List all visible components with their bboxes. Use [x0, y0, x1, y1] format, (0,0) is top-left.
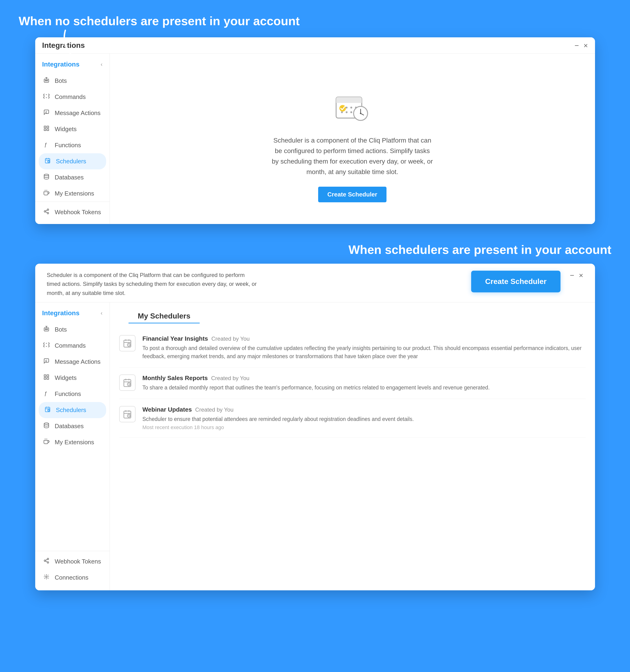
sidebar-item-label-widgets: Widgets: [55, 374, 77, 382]
sidebar-footer-item-webhook-tokens[interactable]: Webhook Tokens: [35, 553, 110, 570]
sidebar-item-schedulers[interactable]: Schedulers: [39, 402, 106, 418]
sidebar-item-label-functions: Functions: [55, 142, 81, 149]
svg-rect-42: [47, 375, 49, 377]
close-button-1[interactable]: ×: [584, 42, 588, 49]
svg-point-27: [346, 106, 347, 109]
sidebar-item-label-bots: Bots: [55, 77, 67, 85]
sidebar-item-databases[interactable]: Databases: [35, 418, 110, 434]
sidebar-item-message-actions[interactable]: Message Actions: [35, 354, 110, 370]
sidebar-footer-item-connections[interactable]: Connections: [35, 570, 110, 586]
scheduler-item[interactable]: Financial Year Insights Created by You T…: [119, 328, 586, 367]
scheduler-item[interactable]: Monthly Sales Reports Created by You To …: [119, 367, 586, 399]
create-scheduler-button-1[interactable]: Create Scheduler: [318, 187, 387, 202]
svg-point-39: [45, 329, 46, 330]
svg-point-2: [47, 80, 48, 81]
sidebar-item-bots[interactable]: Bots: [35, 73, 110, 89]
scheduler-item[interactable]: Webinar Updates Created by You Scheduler…: [119, 399, 586, 438]
sidebar-item-label-my-extensions: My Extensions: [55, 439, 94, 446]
scheduler-item-icon-1: [119, 375, 136, 391]
svg-line-21: [46, 210, 47, 211]
widgets-icon: [42, 374, 51, 382]
sidebar-item-commands[interactable]: Commands: [35, 89, 110, 105]
sidebar-item-message-actions[interactable]: Message Actions: [35, 105, 110, 121]
svg-rect-0: [44, 79, 49, 82]
sidebar-footer-label-webhook-tokens: Webhook Tokens: [55, 558, 101, 565]
scheduler-item-created-0: Created by You: [211, 336, 249, 342]
databases-icon: [42, 174, 51, 181]
svg-text:ƒ: ƒ: [44, 142, 47, 147]
sidebar-item-databases[interactable]: Databases: [35, 169, 110, 186]
svg-point-32: [350, 111, 352, 113]
schedulers-icon: [43, 406, 52, 414]
scheduler-item-content-0: Financial Year Insights Created by You T…: [143, 335, 586, 360]
my-schedulers-title: My Schedulers: [128, 305, 200, 323]
sidebar-item-widgets[interactable]: Widgets: [35, 370, 110, 386]
scheduler-list: Financial Year Insights Created by You T…: [110, 323, 595, 442]
svg-rect-25: [336, 101, 362, 103]
svg-point-30: [341, 111, 343, 113]
sidebar-footer-item-webhook-tokens[interactable]: Webhook Tokens: [35, 204, 110, 220]
sidebar-item-label-functions: Functions: [55, 390, 81, 398]
minimize-button-2[interactable]: −: [570, 271, 574, 279]
message-actions-icon: [42, 358, 51, 366]
sidebar-footer-1: Webhook Tokens Connections: [35, 201, 110, 224]
sidebar-title-row-2: Integrations ‹: [35, 307, 110, 321]
close-button-2[interactable]: ×: [579, 271, 583, 279]
svg-text:ƒ: ƒ: [44, 390, 47, 396]
scheduler-item-desc-0: To post a thorough and detailed overview…: [143, 344, 586, 360]
svg-rect-6: [47, 129, 49, 131]
sidebar-nav-1: Bots Commands Message Actions Widgets ƒ …: [35, 73, 110, 201]
window-controls-1: − ×: [575, 42, 588, 49]
svg-point-40: [47, 329, 48, 330]
minimize-button-1[interactable]: −: [575, 42, 579, 49]
functions-icon: ƒ: [42, 141, 51, 149]
scheduler-item-content-2: Webinar Updates Created by You Scheduler…: [143, 406, 586, 431]
webhook-tokens-icon: [42, 208, 51, 216]
svg-rect-3: [44, 126, 46, 128]
scheduler-item-desc-2: Scheduler to ensure that potential atten…: [143, 415, 586, 423]
sidebar-collapse-btn-2[interactable]: ‹: [101, 310, 103, 316]
sidebar-item-my-extensions[interactable]: My Extensions: [35, 186, 110, 201]
main-content-1: Scheduler is a component of the Cliq Pla…: [110, 54, 595, 224]
svg-point-57: [47, 561, 49, 563]
sidebar-item-schedulers[interactable]: Schedulers: [39, 153, 106, 169]
window-controls-2: − ×: [570, 271, 583, 279]
commands-icon: [42, 93, 51, 101]
sidebar-item-my-extensions[interactable]: My Extensions: [35, 434, 110, 450]
widgets-icon: [42, 125, 51, 133]
scheduler-item-desc-1: To share a detailed monthly report that …: [143, 384, 586, 392]
my-schedulers-section: My Schedulers: [110, 303, 595, 323]
svg-point-13: [44, 174, 49, 176]
scheduler-item-name-1: Monthly Sales Reports: [143, 375, 208, 382]
sidebar-item-functions[interactable]: ƒ Functions: [35, 386, 110, 402]
svg-point-19: [47, 212, 49, 214]
sidebar-item-label-schedulers: Schedulers: [56, 158, 86, 165]
sidebar-item-label-schedulers: Schedulers: [56, 406, 86, 414]
svg-point-28: [350, 106, 352, 109]
sidebar-item-commands[interactable]: Commands: [35, 338, 110, 354]
sidebar-item-bots[interactable]: Bots: [35, 321, 110, 338]
sidebar-item-label-databases: Databases: [55, 174, 84, 181]
commands-icon: [42, 342, 51, 350]
svg-point-55: [47, 558, 49, 560]
sidebar-1: Integrations ‹ Bots Commands Message Act…: [35, 54, 110, 224]
svg-rect-44: [47, 378, 49, 379]
message-actions-icon: [42, 109, 51, 117]
scheduler-item-created-2: Created by You: [195, 406, 234, 413]
my-extensions-icon: [42, 190, 51, 197]
empty-state: Scheduler is a component of the Cliq Pla…: [110, 54, 595, 224]
sidebar-footer-label-webhook-tokens: Webhook Tokens: [55, 209, 101, 216]
sidebar-footer-item-connections[interactable]: Connections: [35, 220, 110, 224]
svg-point-51: [44, 423, 49, 425]
scheduler-item-meta-2: Most recent execution 18 hours ago: [143, 425, 586, 431]
sidebar-item-label-commands: Commands: [55, 93, 86, 101]
schedulers-icon: [43, 158, 52, 165]
svg-point-60: [46, 576, 47, 578]
my-extensions-icon: [42, 438, 51, 446]
create-scheduler-button-2[interactable]: Create Scheduler: [471, 271, 560, 292]
scheduler-item-icon-2: [119, 406, 136, 422]
sidebar-item-widgets[interactable]: Widgets: [35, 121, 110, 137]
bots-icon: [42, 77, 51, 85]
sidebar-item-functions[interactable]: ƒ Functions: [35, 137, 110, 153]
svg-point-31: [346, 111, 347, 113]
